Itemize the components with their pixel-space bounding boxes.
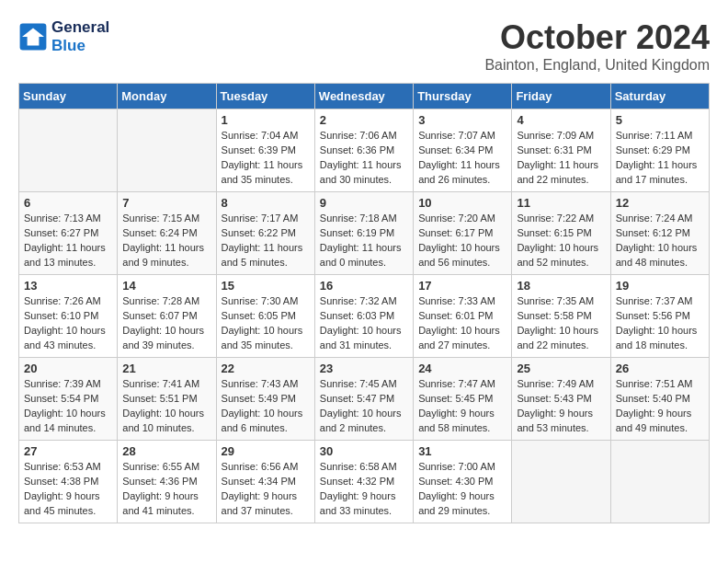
cell-content: Sunrise: 7:41 AMSunset: 5:51 PMDaylight:… — [122, 377, 210, 436]
calendar-week-row: 1Sunrise: 7:04 AMSunset: 6:39 PMDaylight… — [19, 109, 710, 192]
calendar-cell: 15Sunrise: 7:30 AMSunset: 6:05 PMDayligh… — [216, 275, 314, 358]
day-number: 11 — [517, 196, 605, 210]
cell-content: Sunrise: 7:26 AMSunset: 6:10 PMDaylight:… — [24, 294, 112, 353]
calendar-cell: 24Sunrise: 7:47 AMSunset: 5:45 PMDayligh… — [414, 358, 512, 441]
day-number: 9 — [320, 196, 408, 210]
calendar-cell: 12Sunrise: 7:24 AMSunset: 6:12 PMDayligh… — [610, 192, 709, 275]
cell-content: Sunrise: 7:18 AMSunset: 6:19 PMDaylight:… — [320, 212, 408, 270]
cell-content: Sunrise: 7:45 AMSunset: 5:47 PMDaylight:… — [320, 377, 408, 436]
cell-content: Sunrise: 7:13 AMSunset: 6:27 PMDaylight:… — [24, 212, 112, 270]
day-number: 12 — [616, 196, 704, 210]
calendar-cell: 21Sunrise: 7:41 AMSunset: 5:51 PMDayligh… — [118, 358, 216, 441]
cell-content: Sunrise: 7:07 AMSunset: 6:34 PMDaylight:… — [418, 129, 506, 188]
weekday-header: Saturday — [610, 84, 709, 109]
calendar-cell: 7Sunrise: 7:15 AMSunset: 6:24 PMDaylight… — [118, 192, 216, 275]
cell-content: Sunrise: 7:00 AMSunset: 4:30 PMDaylight:… — [418, 460, 506, 519]
cell-content: Sunrise: 6:56 AMSunset: 4:34 PMDaylight:… — [222, 460, 310, 519]
logo-icon — [18, 22, 48, 52]
day-number: 25 — [517, 362, 605, 375]
cell-content: Sunrise: 7:35 AMSunset: 5:58 PMDaylight:… — [517, 294, 605, 353]
day-number: 6 — [24, 196, 112, 210]
weekday-header: Thursday — [414, 84, 512, 109]
cell-content: Sunrise: 7:33 AMSunset: 6:01 PMDaylight:… — [418, 294, 506, 353]
calendar-cell — [610, 441, 709, 523]
cell-content: Sunrise: 7:32 AMSunset: 6:03 PMDaylight:… — [320, 294, 408, 353]
calendar-cell: 28Sunrise: 6:55 AMSunset: 4:36 PMDayligh… — [118, 441, 216, 523]
day-number: 5 — [616, 113, 704, 127]
day-number: 20 — [24, 362, 112, 375]
calendar-cell: 25Sunrise: 7:49 AMSunset: 5:43 PMDayligh… — [512, 358, 610, 441]
calendar-cell: 29Sunrise: 6:56 AMSunset: 4:34 PMDayligh… — [216, 441, 314, 523]
weekday-header: Wednesday — [314, 84, 413, 109]
calendar-cell: 17Sunrise: 7:33 AMSunset: 6:01 PMDayligh… — [414, 275, 512, 358]
day-number: 17 — [418, 279, 506, 293]
calendar-cell: 14Sunrise: 7:28 AMSunset: 6:07 PMDayligh… — [118, 275, 216, 358]
cell-content: Sunrise: 6:58 AMSunset: 4:32 PMDaylight:… — [320, 460, 408, 519]
weekday-header: Friday — [512, 84, 610, 109]
cell-content: Sunrise: 7:43 AMSunset: 5:49 PMDaylight:… — [222, 377, 310, 436]
calendar-cell: 30Sunrise: 6:58 AMSunset: 4:32 PMDayligh… — [314, 441, 413, 523]
page-header: General Blue October 2024 Bainton, Engla… — [18, 18, 710, 74]
cell-content: Sunrise: 7:24 AMSunset: 6:12 PMDaylight:… — [616, 212, 704, 270]
calendar-table: SundayMondayTuesdayWednesdayThursdayFrid… — [18, 83, 710, 523]
calendar-cell: 19Sunrise: 7:37 AMSunset: 5:56 PMDayligh… — [610, 275, 709, 358]
calendar-week-row: 27Sunrise: 6:53 AMSunset: 4:38 PMDayligh… — [19, 441, 710, 523]
day-number: 18 — [517, 279, 605, 293]
weekday-header: Sunday — [19, 84, 118, 109]
weekday-header: Tuesday — [216, 84, 314, 109]
cell-content: Sunrise: 6:53 AMSunset: 4:38 PMDaylight:… — [24, 460, 112, 519]
day-number: 13 — [24, 279, 112, 293]
calendar-cell: 11Sunrise: 7:22 AMSunset: 6:15 PMDayligh… — [512, 192, 610, 275]
calendar-cell: 20Sunrise: 7:39 AMSunset: 5:54 PMDayligh… — [19, 358, 118, 441]
calendar-cell: 6Sunrise: 7:13 AMSunset: 6:27 PMDaylight… — [19, 192, 118, 275]
cell-content: Sunrise: 7:17 AMSunset: 6:22 PMDaylight:… — [222, 212, 310, 270]
month-title: October 2024 — [484, 18, 710, 57]
calendar-week-row: 6Sunrise: 7:13 AMSunset: 6:27 PMDaylight… — [19, 192, 710, 275]
cell-content: Sunrise: 7:15 AMSunset: 6:24 PMDaylight:… — [122, 212, 210, 270]
cell-content: Sunrise: 7:09 AMSunset: 6:31 PMDaylight:… — [517, 129, 605, 188]
calendar-cell: 1Sunrise: 7:04 AMSunset: 6:39 PMDaylight… — [216, 109, 314, 192]
logo: General Blue — [18, 18, 109, 55]
cell-content: Sunrise: 7:11 AMSunset: 6:29 PMDaylight:… — [616, 129, 704, 188]
calendar-cell — [118, 109, 216, 192]
cell-content: Sunrise: 7:04 AMSunset: 6:39 PMDaylight:… — [222, 129, 310, 188]
day-number: 15 — [222, 279, 310, 293]
calendar-cell — [512, 441, 610, 523]
calendar-cell: 4Sunrise: 7:09 AMSunset: 6:31 PMDaylight… — [512, 109, 610, 192]
day-number: 4 — [517, 113, 605, 127]
calendar-week-row: 20Sunrise: 7:39 AMSunset: 5:54 PMDayligh… — [19, 358, 710, 441]
day-number: 19 — [616, 279, 704, 293]
cell-content: Sunrise: 7:20 AMSunset: 6:17 PMDaylight:… — [418, 212, 506, 270]
cell-content: Sunrise: 7:06 AMSunset: 6:36 PMDaylight:… — [320, 129, 408, 188]
day-number: 14 — [122, 279, 210, 293]
day-number: 23 — [320, 362, 408, 375]
calendar-cell: 31Sunrise: 7:00 AMSunset: 4:30 PMDayligh… — [414, 441, 512, 523]
calendar-cell: 3Sunrise: 7:07 AMSunset: 6:34 PMDaylight… — [414, 109, 512, 192]
calendar-cell: 9Sunrise: 7:18 AMSunset: 6:19 PMDaylight… — [314, 192, 413, 275]
calendar-cell: 22Sunrise: 7:43 AMSunset: 5:49 PMDayligh… — [216, 358, 314, 441]
day-number: 8 — [222, 196, 310, 210]
day-number: 22 — [222, 362, 310, 375]
day-number: 26 — [616, 362, 704, 375]
calendar-cell: 27Sunrise: 6:53 AMSunset: 4:38 PMDayligh… — [19, 441, 118, 523]
cell-content: Sunrise: 7:49 AMSunset: 5:43 PMDaylight:… — [517, 377, 605, 436]
day-number: 29 — [222, 444, 310, 458]
logo-text: General Blue — [51, 18, 109, 55]
calendar-cell — [19, 109, 118, 192]
calendar-cell: 23Sunrise: 7:45 AMSunset: 5:47 PMDayligh… — [314, 358, 413, 441]
cell-content: Sunrise: 7:37 AMSunset: 5:56 PMDaylight:… — [616, 294, 704, 353]
day-number: 28 — [122, 444, 210, 458]
cell-content: Sunrise: 7:51 AMSunset: 5:40 PMDaylight:… — [616, 377, 704, 436]
calendar-cell: 5Sunrise: 7:11 AMSunset: 6:29 PMDaylight… — [610, 109, 709, 192]
cell-content: Sunrise: 7:22 AMSunset: 6:15 PMDaylight:… — [517, 212, 605, 270]
weekday-header: Monday — [118, 84, 216, 109]
calendar-week-row: 13Sunrise: 7:26 AMSunset: 6:10 PMDayligh… — [19, 275, 710, 358]
calendar-cell: 2Sunrise: 7:06 AMSunset: 6:36 PMDaylight… — [314, 109, 413, 192]
cell-content: Sunrise: 7:28 AMSunset: 6:07 PMDaylight:… — [122, 294, 210, 353]
day-number: 24 — [418, 362, 506, 375]
title-area: October 2024 Bainton, England, United Ki… — [484, 18, 710, 74]
calendar-cell: 8Sunrise: 7:17 AMSunset: 6:22 PMDaylight… — [216, 192, 314, 275]
day-number: 30 — [320, 444, 408, 458]
cell-content: Sunrise: 7:47 AMSunset: 5:45 PMDaylight:… — [418, 377, 506, 436]
day-number: 27 — [24, 444, 112, 458]
